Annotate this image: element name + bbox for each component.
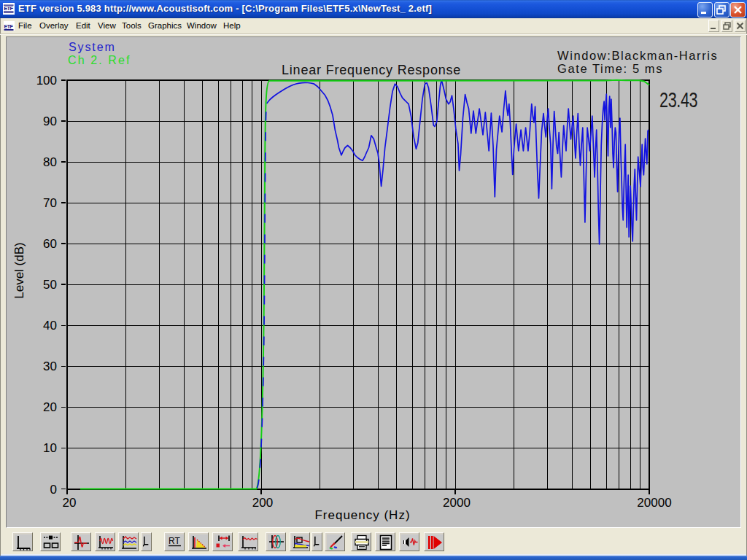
svg-text:RT: RT <box>169 536 180 546</box>
